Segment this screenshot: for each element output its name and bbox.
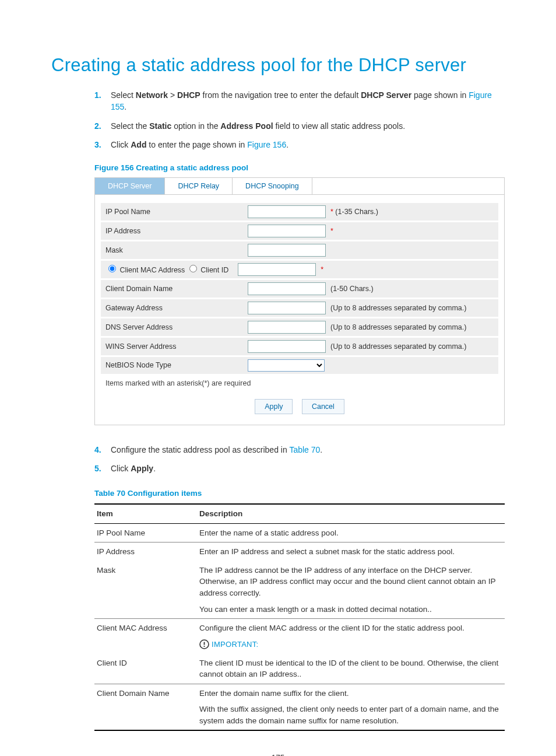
cell-item: Client Domain Name — [94, 684, 197, 730]
main-content: 1. Select Network > DHCP from the naviga… — [51, 87, 505, 731]
step-number: 5. — [94, 463, 101, 474]
label-ip: IP Address — [105, 226, 248, 236]
desc-text: You can enter a mask length or a mask in… — [199, 604, 502, 615]
step-number: 2. — [94, 120, 101, 132]
hint-domain: (1-50 Chars.) — [330, 284, 374, 294]
cell-desc: The IP address cannot be the IP address … — [197, 561, 505, 619]
step-text: . — [320, 445, 322, 454]
step-text: to enter the page shown in — [146, 140, 247, 149]
cell-desc: The client ID must be identical to the I… — [197, 654, 505, 684]
steps-list-2: 4. Configure the static address pool as … — [94, 442, 505, 480]
figure-link[interactable]: Figure 156 — [247, 140, 286, 149]
step-number: 4. — [94, 444, 101, 456]
header-description: Description — [197, 504, 505, 523]
desc-text: Enter the domain name suffix for the cli… — [199, 688, 502, 699]
hint-wins: (Up to 8 addresses separated by comma.) — [330, 341, 466, 352]
input-wins[interactable] — [248, 340, 326, 353]
label-gateway: Gateway Address — [105, 303, 248, 313]
bold-text: Static — [149, 121, 171, 131]
required-note: Items marked with an asterisk(*) are req… — [101, 376, 498, 391]
table-row: Client ID The client ID must be identica… — [94, 654, 505, 684]
apply-button[interactable]: Apply — [255, 399, 293, 414]
required-mark: * — [321, 264, 323, 275]
step-number: 3. — [94, 139, 101, 150]
config-table: Item Description IP Pool Name Enter the … — [94, 503, 505, 731]
cell-item: Client ID — [94, 654, 197, 684]
step-text: Select — [111, 90, 136, 100]
step-text: . — [153, 464, 156, 473]
select-netbios[interactable] — [248, 359, 325, 372]
desc-text: Configure the client MAC address or the … — [199, 622, 502, 634]
row-mac-id: Client MAC Address Client ID * — [101, 261, 498, 278]
step-2: 2. Select the Static option in the Addre… — [94, 118, 505, 136]
step-text: from the navigation tree to enter the de… — [200, 90, 361, 100]
desc-text: The IP address cannot be the IP address … — [199, 565, 502, 599]
cell-desc: Enter the domain name suffix for the cli… — [197, 684, 505, 730]
step-text: field to view all static address pools. — [273, 121, 405, 131]
label-dns: DNS Server Address — [105, 322, 248, 332]
cell-item: Mask — [94, 561, 197, 619]
bold-text: Address Pool — [220, 121, 273, 131]
label-netbios: NetBIOS Node Type — [105, 360, 248, 370]
step-3: 3. Click Add to enter the page shown in … — [94, 136, 505, 155]
tab-dhcp-server[interactable]: DHCP Server — [95, 178, 165, 194]
table-row: Client Domain Name Enter the domain name… — [94, 684, 505, 730]
table-row: IP Pool Name Enter the name of a static … — [94, 523, 505, 542]
table-header-row: Item Description — [94, 504, 505, 523]
table-caption: Table 70 Configuration items — [94, 488, 505, 499]
cell-item: IP Pool Name — [94, 523, 197, 542]
step-text: page shown in — [411, 90, 469, 100]
row-mask: Mask — [101, 242, 498, 259]
label-pool-name: IP Pool Name — [105, 206, 248, 217]
table-row: Client MAC Address Configure the client … — [94, 619, 505, 654]
input-domain[interactable] — [248, 282, 326, 295]
hint-gateway: (Up to 8 addresses separated by comma.) — [330, 303, 466, 313]
bold-text: Network — [136, 90, 168, 100]
header-item: Item — [94, 504, 197, 523]
row-domain: Client Domain Name (1-50 Chars.) — [101, 280, 498, 298]
row-netbios: NetBIOS Node Type — [101, 357, 498, 374]
row-gateway: Gateway Address (Up to 8 addresses separ… — [101, 299, 498, 317]
input-dns[interactable] — [248, 321, 326, 334]
cancel-button[interactable]: Cancel — [302, 399, 344, 414]
bold-text: DHCP — [177, 90, 200, 100]
label-client-id: Client ID — [200, 266, 228, 274]
step-5: 5. Click Apply. — [94, 460, 505, 479]
input-gateway[interactable] — [248, 302, 326, 314]
hint-pool-name: * (1-35 Chars.) — [330, 206, 378, 217]
input-pool-name[interactable] — [248, 205, 326, 218]
step-text: Click — [111, 464, 131, 473]
radio-client-mac[interactable] — [108, 265, 116, 272]
page-title: Creating a static address pool for the D… — [51, 52, 505, 79]
row-ip: IP Address * — [101, 222, 498, 240]
step-number: 1. — [94, 89, 101, 101]
tab-dhcp-snooping[interactable]: DHCP Snooping — [233, 178, 312, 194]
cell-item: IP Address — [94, 542, 197, 561]
steps-list: 1. Select Network > DHCP from the naviga… — [94, 87, 505, 155]
cell-desc: Configure the client MAC address or the … — [197, 619, 505, 654]
step-text: Configure the static address pool as des… — [111, 445, 289, 454]
input-ip[interactable] — [248, 225, 326, 237]
important-label: IMPORTANT: — [212, 640, 259, 649]
bold-text: Add — [131, 140, 146, 149]
label-mask: Mask — [105, 245, 248, 256]
action-bar: Apply Cancel — [101, 391, 498, 420]
tab-dhcp-relay[interactable]: DHCP Relay — [165, 178, 233, 194]
important-icon — [199, 639, 209, 649]
step-text: Select the — [111, 121, 149, 131]
step-text: Click — [111, 140, 131, 149]
important-note: IMPORTANT: — [199, 639, 502, 650]
table-link[interactable]: Table 70 — [289, 445, 320, 454]
step-1: 1. Select Network > DHCP from the naviga… — [94, 87, 505, 118]
step-text: . — [286, 140, 288, 149]
table-row: IP Address Enter an IP address and selec… — [94, 542, 505, 561]
row-dns: DNS Server Address (Up to 8 addresses se… — [101, 318, 498, 336]
page-number: 175 — [51, 752, 505, 756]
label-wins: WINS Server Address — [105, 341, 248, 352]
input-mask[interactable] — [248, 244, 326, 257]
tab-bar: DHCP Server DHCP Relay DHCP Snooping — [95, 178, 504, 195]
radio-client-id[interactable] — [189, 265, 197, 272]
input-mac-id[interactable] — [238, 263, 316, 276]
svg-point-2 — [203, 646, 205, 647]
step-4: 4. Configure the static address pool as … — [94, 442, 505, 460]
